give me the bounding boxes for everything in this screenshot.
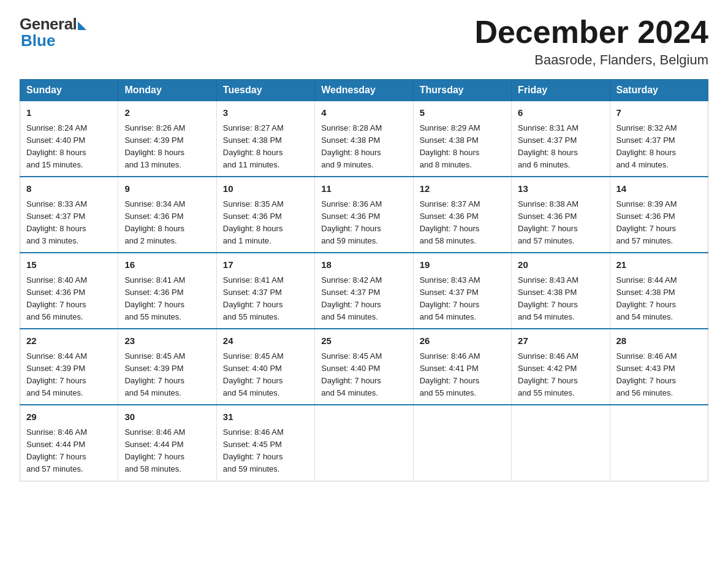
day-cell: 10Sunrise: 8:35 AM Sunset: 4:36 PM Dayli… xyxy=(216,177,314,253)
month-year-title: December 2024 xyxy=(474,15,708,50)
day-number: 1 xyxy=(26,106,112,120)
day-cell: 23Sunrise: 8:45 AM Sunset: 4:39 PM Dayli… xyxy=(118,329,216,405)
day-cell: 1Sunrise: 8:24 AM Sunset: 4:40 PM Daylig… xyxy=(20,101,118,177)
day-number: 19 xyxy=(420,258,505,272)
day-number: 11 xyxy=(321,182,406,196)
day-cell: 2Sunrise: 8:26 AM Sunset: 4:39 PM Daylig… xyxy=(118,101,216,177)
day-number: 17 xyxy=(223,258,308,272)
day-cell: 21Sunrise: 8:44 AM Sunset: 4:38 PM Dayli… xyxy=(610,253,708,329)
header-cell-sunday: Sunday xyxy=(20,80,118,101)
day-number: 31 xyxy=(223,410,308,424)
day-info: Sunrise: 8:43 AM Sunset: 4:38 PM Dayligh… xyxy=(518,274,603,324)
day-info: Sunrise: 8:44 AM Sunset: 4:38 PM Dayligh… xyxy=(616,274,702,324)
day-number: 9 xyxy=(124,182,210,196)
day-info: Sunrise: 8:42 AM Sunset: 4:37 PM Dayligh… xyxy=(321,274,406,324)
day-info: Sunrise: 8:41 AM Sunset: 4:37 PM Dayligh… xyxy=(223,274,308,324)
header-cell-friday: Friday xyxy=(512,80,610,101)
day-number: 22 xyxy=(26,334,112,348)
day-cell: 28Sunrise: 8:46 AM Sunset: 4:43 PM Dayli… xyxy=(610,329,708,405)
day-number: 10 xyxy=(223,182,308,196)
day-cell: 25Sunrise: 8:45 AM Sunset: 4:40 PM Dayli… xyxy=(315,329,413,405)
day-info: Sunrise: 8:26 AM Sunset: 4:39 PM Dayligh… xyxy=(124,122,210,172)
day-info: Sunrise: 8:33 AM Sunset: 4:37 PM Dayligh… xyxy=(26,198,112,248)
day-number: 24 xyxy=(223,334,308,348)
week-row-3: 15Sunrise: 8:40 AM Sunset: 4:36 PM Dayli… xyxy=(20,253,708,329)
day-info: Sunrise: 8:46 AM Sunset: 4:41 PM Dayligh… xyxy=(420,350,505,400)
day-info: Sunrise: 8:31 AM Sunset: 4:37 PM Dayligh… xyxy=(518,122,603,172)
day-info: Sunrise: 8:40 AM Sunset: 4:36 PM Dayligh… xyxy=(26,274,112,324)
day-cell: 13Sunrise: 8:38 AM Sunset: 4:36 PM Dayli… xyxy=(512,177,610,253)
day-number: 5 xyxy=(420,106,505,120)
day-number: 21 xyxy=(616,258,702,272)
title-block: December 2024 Baasrode, Flanders, Belgiu… xyxy=(474,15,708,68)
day-cell: 9Sunrise: 8:34 AM Sunset: 4:36 PM Daylig… xyxy=(118,177,216,253)
day-number: 7 xyxy=(616,106,702,120)
day-number: 23 xyxy=(124,334,210,348)
day-info: Sunrise: 8:32 AM Sunset: 4:37 PM Dayligh… xyxy=(616,122,702,172)
week-row-2: 8Sunrise: 8:33 AM Sunset: 4:37 PM Daylig… xyxy=(20,177,708,253)
day-cell: 18Sunrise: 8:42 AM Sunset: 4:37 PM Dayli… xyxy=(315,253,413,329)
header-cell-wednesday: Wednesday xyxy=(315,80,413,101)
calendar-body: 1Sunrise: 8:24 AM Sunset: 4:40 PM Daylig… xyxy=(20,101,708,481)
location-subtitle: Baasrode, Flanders, Belgium xyxy=(474,52,708,68)
logo-blue-text: Blue xyxy=(21,31,55,50)
day-number: 29 xyxy=(26,410,112,424)
day-cell: 11Sunrise: 8:36 AM Sunset: 4:36 PM Dayli… xyxy=(315,177,413,253)
day-info: Sunrise: 8:34 AM Sunset: 4:36 PM Dayligh… xyxy=(124,198,210,248)
logo-triangle-icon xyxy=(78,21,86,30)
day-cell: 29Sunrise: 8:46 AM Sunset: 4:44 PM Dayli… xyxy=(20,405,118,481)
day-info: Sunrise: 8:46 AM Sunset: 4:43 PM Dayligh… xyxy=(616,350,702,400)
day-number: 14 xyxy=(616,182,702,196)
day-cell: 6Sunrise: 8:31 AM Sunset: 4:37 PM Daylig… xyxy=(512,101,610,177)
day-number: 30 xyxy=(124,410,210,424)
logo: General Blue xyxy=(20,15,86,50)
day-number: 3 xyxy=(223,106,308,120)
day-number: 12 xyxy=(420,182,505,196)
day-number: 8 xyxy=(26,182,112,196)
day-cell: 31Sunrise: 8:46 AM Sunset: 4:45 PM Dayli… xyxy=(216,405,314,481)
day-cell: 16Sunrise: 8:41 AM Sunset: 4:36 PM Dayli… xyxy=(118,253,216,329)
day-info: Sunrise: 8:39 AM Sunset: 4:36 PM Dayligh… xyxy=(616,198,702,248)
day-cell: 22Sunrise: 8:44 AM Sunset: 4:39 PM Dayli… xyxy=(20,329,118,405)
header-cell-tuesday: Tuesday xyxy=(216,80,314,101)
day-info: Sunrise: 8:46 AM Sunset: 4:44 PM Dayligh… xyxy=(26,426,112,476)
day-cell: 14Sunrise: 8:39 AM Sunset: 4:36 PM Dayli… xyxy=(610,177,708,253)
day-info: Sunrise: 8:44 AM Sunset: 4:39 PM Dayligh… xyxy=(26,350,112,400)
day-number: 25 xyxy=(321,334,406,348)
header-cell-thursday: Thursday xyxy=(413,80,511,101)
day-cell: 15Sunrise: 8:40 AM Sunset: 4:36 PM Dayli… xyxy=(20,253,118,329)
day-cell: 12Sunrise: 8:37 AM Sunset: 4:36 PM Dayli… xyxy=(413,177,511,253)
page-header: General Blue December 2024 Baasrode, Fla… xyxy=(20,15,708,68)
day-info: Sunrise: 8:37 AM Sunset: 4:36 PM Dayligh… xyxy=(420,198,505,248)
day-info: Sunrise: 8:43 AM Sunset: 4:37 PM Dayligh… xyxy=(420,274,505,324)
day-cell: 30Sunrise: 8:46 AM Sunset: 4:44 PM Dayli… xyxy=(118,405,216,481)
header-row: SundayMondayTuesdayWednesdayThursdayFrid… xyxy=(20,80,708,101)
day-info: Sunrise: 8:46 AM Sunset: 4:42 PM Dayligh… xyxy=(518,350,603,400)
week-row-5: 29Sunrise: 8:46 AM Sunset: 4:44 PM Dayli… xyxy=(20,405,708,481)
day-cell: 27Sunrise: 8:46 AM Sunset: 4:42 PM Dayli… xyxy=(512,329,610,405)
day-cell: 17Sunrise: 8:41 AM Sunset: 4:37 PM Dayli… xyxy=(216,253,314,329)
day-info: Sunrise: 8:24 AM Sunset: 4:40 PM Dayligh… xyxy=(26,122,112,172)
day-number: 28 xyxy=(616,334,702,348)
calendar-header: SundayMondayTuesdayWednesdayThursdayFrid… xyxy=(20,80,708,101)
day-number: 26 xyxy=(420,334,505,348)
day-cell: 4Sunrise: 8:28 AM Sunset: 4:38 PM Daylig… xyxy=(315,101,413,177)
day-number: 16 xyxy=(124,258,210,272)
day-cell: 3Sunrise: 8:27 AM Sunset: 4:38 PM Daylig… xyxy=(216,101,314,177)
day-cell xyxy=(512,405,610,481)
day-info: Sunrise: 8:36 AM Sunset: 4:36 PM Dayligh… xyxy=(321,198,406,248)
day-info: Sunrise: 8:28 AM Sunset: 4:38 PM Dayligh… xyxy=(321,122,406,172)
day-cell: 20Sunrise: 8:43 AM Sunset: 4:38 PM Dayli… xyxy=(512,253,610,329)
day-info: Sunrise: 8:46 AM Sunset: 4:45 PM Dayligh… xyxy=(223,426,308,476)
day-cell: 5Sunrise: 8:29 AM Sunset: 4:38 PM Daylig… xyxy=(413,101,511,177)
day-cell: 7Sunrise: 8:32 AM Sunset: 4:37 PM Daylig… xyxy=(610,101,708,177)
day-number: 20 xyxy=(518,258,603,272)
day-info: Sunrise: 8:29 AM Sunset: 4:38 PM Dayligh… xyxy=(420,122,505,172)
day-cell: 26Sunrise: 8:46 AM Sunset: 4:41 PM Dayli… xyxy=(413,329,511,405)
day-info: Sunrise: 8:27 AM Sunset: 4:38 PM Dayligh… xyxy=(223,122,308,172)
day-cell xyxy=(315,405,413,481)
day-cell: 24Sunrise: 8:45 AM Sunset: 4:40 PM Dayli… xyxy=(216,329,314,405)
week-row-4: 22Sunrise: 8:44 AM Sunset: 4:39 PM Dayli… xyxy=(20,329,708,405)
day-cell xyxy=(610,405,708,481)
day-cell: 8Sunrise: 8:33 AM Sunset: 4:37 PM Daylig… xyxy=(20,177,118,253)
